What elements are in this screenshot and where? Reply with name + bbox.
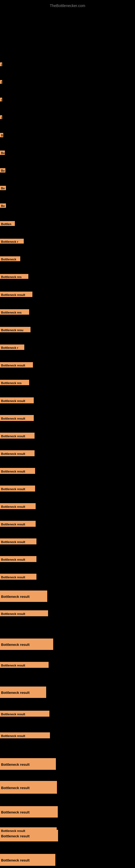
- bottleneck-result-label: Bottleneck result: [0, 450, 35, 456]
- bottleneck-result-label: Bottleneck: [0, 256, 20, 261]
- bottleneck-result-label: Bottleneck result: [0, 486, 35, 492]
- bottleneck-result-label: Bo: [0, 204, 6, 208]
- site-title: TheBottlenecker.com: [0, 1, 135, 10]
- bottleneck-result-label: Bottleneck result: [0, 662, 49, 668]
- bottleneck-result-label: Bottleneck res: [0, 274, 28, 279]
- bottleneck-result-label: Bottleneck res: [0, 309, 29, 315]
- bottleneck-result-label: |: [0, 62, 2, 66]
- bottleneck-result-label: Bottleneck result: [0, 397, 34, 403]
- bottleneck-result-label: Bottleneck result: [0, 854, 55, 866]
- bottleneck-result-label: Bottleneck result: [0, 806, 58, 817]
- bottleneck-result-label: Bottleneck resu: [0, 327, 31, 332]
- bottleneck-result-label: Bo: [0, 186, 6, 190]
- bottleneck-result-label: Bottleneck result: [0, 574, 37, 580]
- bottleneck-result-label: Bottleneck r: [0, 344, 24, 350]
- bottleneck-result-label: Bottleneck result: [0, 433, 35, 439]
- bottleneck-result-label: Bottleneck result: [0, 503, 36, 509]
- bottleneck-result-label: Bottleneck r: [0, 239, 24, 244]
- bottleneck-result-label: Bottleneck result: [0, 521, 36, 527]
- bottleneck-result-label: |: [0, 98, 2, 101]
- bottleneck-result-label: Bottleneck result: [0, 781, 57, 794]
- bottleneck-result-label: Bottleneck result: [0, 291, 32, 297]
- bottleneck-result-label: |: [0, 80, 2, 84]
- bottleneck-result-label: Bottleneck result: [0, 556, 37, 562]
- bottleneck-result-label: B: [0, 133, 3, 137]
- bottleneck-result-label: Bottleneck result: [0, 590, 47, 602]
- bottleneck-result-label: Bo: [0, 151, 5, 155]
- bottleneck-result-label: Bo: [0, 168, 5, 173]
- bottleneck-result-label: Bottleneck result: [0, 538, 37, 545]
- bottleneck-result-label: Bottleneck result: [0, 827, 57, 833]
- bottleneck-result-label: Bottleneck result: [0, 468, 35, 474]
- bottleneck-result-label: |: [0, 115, 2, 119]
- bottleneck-result-label: Bottleneck result: [0, 362, 33, 368]
- bottleneck-result-label: Bottleneck result: [0, 610, 48, 616]
- bottleneck-result-label: Bottleneck result: [0, 639, 53, 650]
- bottleneck-result-label: Bottleneck result: [0, 733, 50, 738]
- bottleneck-result-label: Bottleneck result: [0, 686, 46, 698]
- bottleneck-result-label: Bottleneck result: [0, 758, 56, 770]
- bottleneck-result-label: Bottleneck result: [0, 415, 34, 421]
- bottleneck-result-label: Bottlen: [0, 221, 15, 226]
- bottleneck-result-label: Bottleneck result: [0, 711, 49, 717]
- bottleneck-result-label: Bottleneck res: [0, 380, 29, 385]
